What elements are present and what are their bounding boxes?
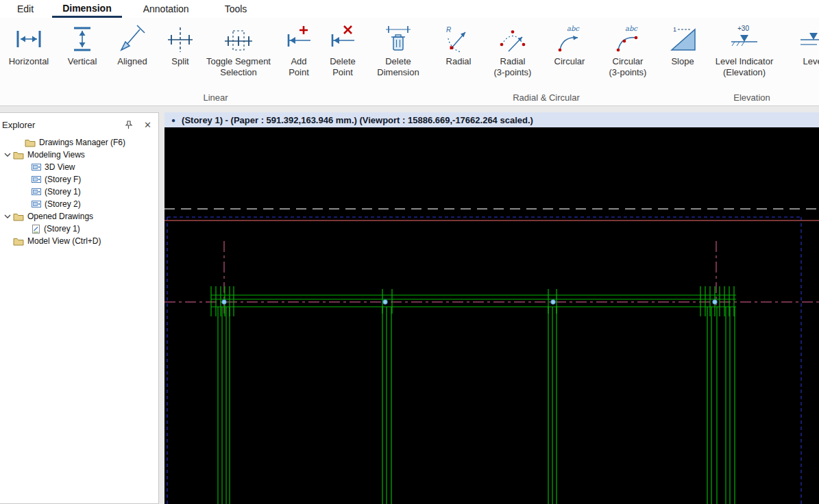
tree-item-label: (Storey F) — [45, 175, 81, 184]
menu-bar: Edit Dimension Annotation Tools — [0, 0, 819, 18]
grid-axis-lines — [164, 241, 819, 315]
tree-item-storey-f[interactable]: (Storey F) — [0, 173, 158, 186]
beam-column-linework — [211, 286, 736, 504]
ribbon-toolbar: Horizontal Vertical Aligned — [0, 18, 819, 106]
close-icon[interactable]: ✕ — [144, 120, 151, 130]
button-label: Level — [803, 56, 819, 67]
radial-3-points-button[interactable]: Radial (3-points) — [485, 18, 541, 78]
svg-text:abc: abc — [625, 25, 638, 32]
button-label: Level Indicator — [716, 56, 774, 67]
view-icon — [32, 175, 41, 184]
add-point-button[interactable]: Add Point — [279, 18, 319, 78]
explorer-title: Explorer — [2, 120, 124, 130]
tree-item-3d-view[interactable]: 3D View — [0, 161, 158, 173]
button-label-2: (Elevation) — [723, 67, 766, 78]
slope-icon: 1 — [667, 23, 698, 55]
aligned-dimension-icon — [117, 23, 148, 55]
circular-3-points-button[interactable]: abc Circular (3-points) — [598, 18, 657, 78]
viewport-title: (Storey 1) - (Paper : 591.392,163.946 mm… — [182, 115, 533, 125]
svg-text:R: R — [446, 26, 451, 34]
drawing-sheet-icon — [32, 225, 40, 234]
slope-button[interactable]: 1 Slope — [663, 18, 702, 67]
delete-dimension-button[interactable]: Delete Dimension — [367, 18, 430, 78]
drawing-viewport: ● (Storey 1) - (Paper : 591.392,163.946 … — [164, 112, 819, 504]
cad-canvas[interactable] — [164, 127, 819, 504]
menu-edit[interactable]: Edit — [7, 0, 44, 18]
tree-item-label: (Storey 1) — [45, 187, 81, 197]
button-label-2: (3-points) — [494, 67, 532, 78]
add-point-icon — [283, 23, 315, 55]
button-label: Slope — [671, 56, 694, 67]
tree-item-storey-1-view[interactable]: (Storey 1) — [0, 186, 158, 198]
button-label-2: Point — [332, 67, 353, 78]
split-button[interactable]: Split — [162, 18, 198, 67]
level-icon — [798, 23, 819, 55]
tree-item-storey-1-drawing[interactable]: (Storey 1) — [0, 223, 158, 235]
tree-item-opened-drawings[interactable]: Opened Drawings — [0, 210, 158, 223]
delete-point-icon — [327, 23, 358, 55]
button-label: Radial — [446, 56, 472, 67]
tree-item-label: Model View (Ctrl+D) — [27, 236, 101, 246]
folder-icon — [13, 151, 24, 160]
button-label-2: Point — [289, 67, 309, 78]
tree-item-label: Drawings Manager (F6) — [39, 138, 125, 147]
tree-item-modeling-views[interactable]: Modeling Views — [0, 149, 158, 161]
delete-dimension-trash-icon — [382, 23, 414, 55]
group-label-elevation: Elevation — [661, 92, 819, 105]
chevron-down-icon[interactable] — [2, 153, 13, 157]
button-label: Vertical — [68, 56, 97, 67]
circular-dimension-icon: abc — [554, 23, 585, 55]
button-label: Delete — [330, 56, 356, 67]
tree-item-label: 3D View — [45, 162, 75, 172]
button-label-2: (3-points) — [609, 67, 647, 78]
view-icon — [32, 200, 41, 208]
tree-item-drawings-manager[interactable]: Drawings Manager (F6) — [0, 136, 158, 149]
toggle-segment-selection-button[interactable]: Toggle Segment Selection — [201, 18, 276, 78]
ribbon-group-elevation: 1 Slope +30 Level Indicator (Elevation) … — [661, 18, 819, 105]
button-label: Split — [171, 56, 188, 67]
viewport-titlebar: ● (Storey 1) - (Paper : 591.392,163.946 … — [164, 112, 819, 127]
chevron-down-icon[interactable] — [2, 214, 13, 218]
tree-item-storey-2-view[interactable]: (Storey 2) — [0, 198, 158, 210]
svg-text:abc: abc — [567, 25, 580, 32]
button-label-2: Dimension — [377, 67, 419, 78]
aligned-button[interactable]: Aligned — [108, 18, 156, 67]
viewport-bullet-icon: ● — [171, 116, 175, 124]
menu-annotation[interactable]: Annotation — [133, 0, 199, 18]
pin-icon[interactable] — [124, 121, 133, 129]
tree-item-label: Modeling Views — [27, 150, 85, 160]
level-indicator-button[interactable]: +30 Level Indicator (Elevation) — [705, 18, 783, 78]
tree-item-model-view[interactable]: Model View (Ctrl+D) — [0, 235, 158, 247]
group-label-linear: Linear — [0, 92, 431, 105]
button-label: Toggle Segment — [206, 56, 271, 67]
button-label: Horizontal — [9, 56, 49, 67]
svg-text:+30: +30 — [737, 25, 749, 32]
group-label-radial-circular: Radial & Circular — [434, 92, 659, 105]
folder-icon — [13, 212, 24, 221]
view-icon — [32, 163, 41, 171]
ribbon-group-linear: Horizontal Vertical Aligned — [0, 18, 431, 105]
circular-3-points-icon: abc — [612, 23, 644, 55]
tree-item-label: Opened Drawings — [27, 212, 93, 221]
radial-button[interactable]: R Radial — [435, 18, 482, 67]
menu-tools[interactable]: Tools — [215, 0, 258, 18]
vertical-button[interactable]: Vertical — [59, 18, 106, 67]
button-label: Radial — [500, 56, 526, 67]
delete-point-button[interactable]: Delete Point — [321, 18, 364, 78]
view-icon — [32, 188, 41, 196]
tree-item-label: (Storey 2) — [45, 199, 81, 209]
level-button[interactable]: Level — [786, 18, 819, 67]
explorer-header: Explorer ✕ — [0, 113, 158, 136]
svg-text:1: 1 — [673, 26, 676, 33]
viewport-boundary-lines — [167, 217, 801, 504]
button-label: Add — [291, 56, 306, 67]
horizontal-dimension-icon — [13, 23, 45, 55]
circular-button[interactable]: abc Circular — [543, 18, 596, 67]
explorer-tree: Drawings Manager (F6) Modeling Views 3D … — [0, 136, 158, 247]
button-label: Delete — [385, 56, 411, 67]
cad-drawing — [164, 127, 819, 504]
button-label: Aligned — [117, 56, 147, 67]
horizontal-button[interactable]: Horizontal — [1, 18, 56, 67]
menu-dimension[interactable]: Dimension — [52, 0, 122, 18]
button-label: Circular — [613, 56, 644, 67]
